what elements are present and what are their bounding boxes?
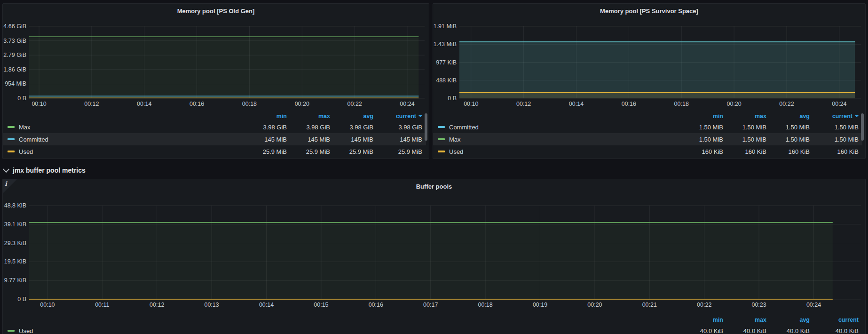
x-axis-tick-label: 00:24 [806, 302, 821, 308]
plot-row: 4.66 GiB3.73 GiB2.79 GiB1.86 GiB954 MiB0… [3, 26, 429, 98]
legend-series-label[interactable]: Committed [433, 124, 684, 131]
timeseries-chart-ps-survivor-space: 1.91 MiB1.43 MiB977 KiB488 KiB0 B00:1000… [433, 26, 865, 158]
legend-series-label[interactable]: Max [3, 124, 247, 131]
legend-stat-value: 1.50 MiB [770, 136, 813, 143]
x-axis-tick-label: 00:16 [369, 302, 383, 308]
legend-series-label[interactable]: Used [3, 148, 247, 155]
legend-stat-header-max[interactable]: max [727, 317, 770, 323]
legend-row: Max1.50 MiB1.50 MiB1.50 MiB1.50 MiB [433, 133, 862, 145]
chart-plot-area[interactable] [459, 26, 861, 98]
legend-stat-value: 3.98 GiB [334, 124, 377, 131]
panel-title[interactable]: Buffer pools [3, 179, 865, 193]
plot-row: 48.8 KiB39.1 KiB29.3 KiB19.5 KiB9.77 KiB… [3, 206, 865, 299]
x-axis-tick-label: 00:15 [314, 302, 328, 308]
y-axis-tick-label: 48.8 KiB [4, 202, 26, 209]
legend-scrollbar[interactable] [425, 113, 427, 141]
legend-stat-value: 40.0 KiB [770, 327, 813, 334]
legend-series-label[interactable]: Used [3, 327, 684, 334]
series-color-swatch [8, 151, 15, 152]
legend-series-label[interactable]: Used [433, 148, 684, 155]
x-axis: 00:1000:1100:1200:1300:1400:1500:1600:17… [29, 300, 861, 310]
plot-row: 1.91 MiB1.43 MiB977 KiB488 KiB0 B [433, 26, 865, 98]
y-axis-tick-label: 0 B [448, 95, 457, 102]
x-axis-tick-label: 00:11 [95, 302, 109, 308]
legend-table: minmaxavgcurrentUsed40.0 KiB40.0 KiB40.0… [3, 315, 865, 334]
dashboard-row-jmx-buffer-pool-metrics[interactable]: jmx buffer pool metrics [4, 165, 868, 176]
x-axis: 00:1000:1200:1400:1600:1800:2000:2200:24 [29, 99, 425, 110]
legend-stat-header-min[interactable]: min [684, 113, 727, 119]
legend-stat-value: 3.98 GiB [291, 124, 334, 131]
x-axis: 00:1000:1200:1400:1600:1800:2000:2200:24 [459, 99, 861, 110]
y-axis-tick-label: 954 MiB [5, 80, 26, 87]
y-axis-tick-label: 4.66 GiB [3, 23, 26, 30]
legend-stat-header-avg[interactable]: avg [770, 317, 813, 323]
panel-info-corner[interactable]: i [3, 179, 17, 193]
legend-row: Committed145 MiB145 MiB145 MiB145 MiB [3, 133, 426, 145]
legend-table: minmaxavgcurrentCommitted1.50 MiB1.50 Mi… [433, 111, 865, 158]
y-axis-tick-label: 0 B [17, 95, 26, 102]
x-axis-tick-label: 00:24 [400, 101, 414, 107]
series-color-swatch [8, 330, 15, 332]
legend-stat-value: 1.50 MiB [770, 124, 813, 131]
legend-stat-value: 1.50 MiB [727, 124, 770, 131]
x-axis-tick-label: 00:18 [674, 101, 689, 107]
legend-stat-header-min[interactable]: min [247, 113, 291, 119]
y-axis-tick-label: 2.79 GiB [3, 52, 26, 58]
legend-stat-value: 25.9 MiB [247, 148, 291, 155]
legend-stat-header-avg[interactable]: avg [334, 113, 377, 119]
legend-stat-value: 25.9 MiB [377, 148, 426, 155]
y-axis-tick-label: 3.73 GiB [3, 38, 26, 44]
plot-container [29, 26, 425, 98]
x-axis-tick-label: 00:10 [32, 101, 46, 107]
legend-scrollbar[interactable] [861, 113, 864, 141]
legend-stat-header-max[interactable]: max [291, 113, 334, 119]
series-color-swatch [8, 138, 15, 140]
legend-stat-value: 25.9 MiB [334, 148, 377, 155]
legend-stat-value: 1.50 MiB [813, 124, 862, 131]
x-axis-tick-label: 00:22 [347, 101, 362, 107]
legend-stat-value: 40.0 KiB [813, 327, 862, 334]
legend-stat-header-max[interactable]: max [727, 113, 770, 119]
legend-stat-header-avg[interactable]: avg [770, 113, 813, 119]
chart-plot-area[interactable] [29, 26, 425, 98]
legend-header-row: minmaxavgcurrent [3, 111, 426, 121]
x-axis-tick-label: 00:20 [587, 302, 602, 308]
legend-series-label[interactable]: Committed [3, 136, 247, 143]
chart-plot-area[interactable] [29, 206, 861, 299]
legend-stat-value: 3.98 GiB [247, 124, 291, 131]
legend-stat-header-current[interactable]: current [377, 113, 426, 119]
legend-stat-value: 145 MiB [377, 136, 426, 143]
x-axis-tick-label: 00:17 [423, 302, 438, 308]
x-axis-tick-label: 00:14 [569, 101, 584, 107]
y-axis-tick-label: 1.86 GiB [3, 66, 26, 73]
panel-memory-pool-ps-old-gen: Memory pool [PS Old Gen] 4.66 GiB3.73 Gi… [2, 3, 429, 159]
legend-header-row: minmaxavgcurrent [3, 315, 862, 325]
legend-stat-header-min[interactable]: min [684, 317, 727, 323]
x-axis-tick-label: 00:23 [751, 302, 766, 308]
x-axis-tick-label: 00:22 [697, 302, 711, 308]
y-axis-tick-label: 39.1 KiB [4, 221, 26, 228]
x-axis-tick-label: 00:12 [150, 302, 164, 308]
y-axis-tick-label: 19.5 KiB [4, 258, 26, 265]
panel-title[interactable]: Memory pool [PS Old Gen] [3, 4, 429, 18]
x-axis-tick-label: 00:12 [516, 101, 531, 107]
y-axis-tick-label: 29.3 KiB [4, 240, 26, 247]
legend-row: Used160 KiB160 KiB160 KiB160 KiB [433, 145, 862, 158]
x-axis-tick-label: 00:20 [295, 101, 309, 107]
legend-stat-header-current[interactable]: current [813, 317, 862, 323]
timeseries-chart-buffer-pools: 48.8 KiB39.1 KiB29.3 KiB19.5 KiB9.77 KiB… [3, 206, 865, 334]
series-color-swatch [438, 126, 445, 128]
legend-stat-header-current[interactable]: current [813, 113, 862, 119]
x-axis-tick-label: 00:10 [40, 302, 55, 308]
legend-series-label[interactable]: Max [433, 136, 684, 143]
panel-title[interactable]: Memory pool [PS Survivor Space] [433, 4, 865, 18]
x-axis-tick-label: 00:19 [533, 302, 547, 308]
series-color-swatch [8, 126, 15, 128]
top-panel-row: Memory pool [PS Old Gen] 4.66 GiB3.73 Gi… [0, 0, 868, 159]
x-axis-tick-label: 00:18 [478, 302, 492, 308]
x-axis-tick-label: 00:24 [832, 101, 846, 107]
panel-memory-pool-ps-survivor-space: Memory pool [PS Survivor Space] 1.91 MiB… [433, 3, 866, 159]
y-axis-tick-label: 977 KiB [436, 59, 457, 66]
chevron-down-icon [3, 166, 9, 173]
series-color-swatch [438, 138, 445, 140]
